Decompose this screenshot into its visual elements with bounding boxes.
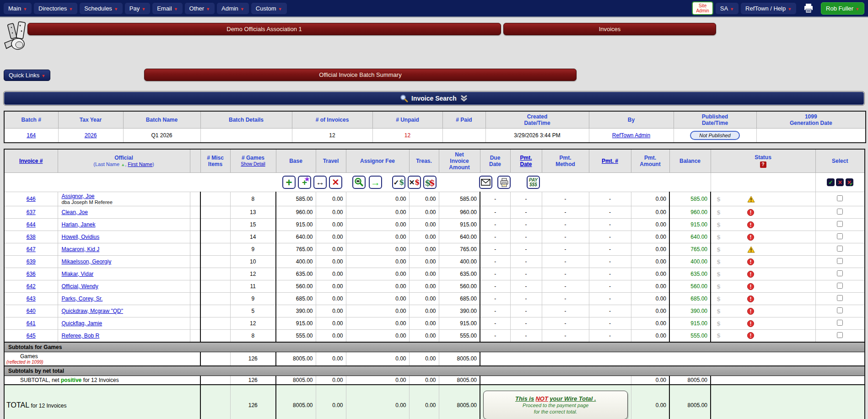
invoice-number-link[interactable]: 644: [27, 221, 36, 228]
status-error-icon[interactable]: [747, 221, 754, 228]
batch-details: [200, 129, 292, 143]
invoice-number-link[interactable]: 646: [27, 196, 36, 202]
show-detail-link[interactable]: Show Detail: [241, 161, 265, 167]
mark-unpaid-icon[interactable]: ✕$: [408, 176, 421, 189]
official-name-link[interactable]: Harlan, Janek: [62, 221, 96, 228]
select-checkbox[interactable]: [837, 320, 843, 326]
subtotals-games-bar: Subtotals for Games: [4, 342, 865, 352]
not-published-badge[interactable]: Not Published: [690, 131, 740, 140]
official-name-link[interactable]: Parks, Corey, Sr.: [62, 295, 103, 302]
col-batch-no: Batch #: [4, 111, 58, 129]
select-checkbox[interactable]: [837, 195, 843, 201]
select-checkbox[interactable]: [837, 295, 843, 301]
official-name-link[interactable]: Macaroni, Kid J: [62, 246, 100, 252]
select-checkbox[interactable]: [837, 283, 843, 289]
official-name-link[interactable]: Referee, Bob R: [62, 333, 100, 339]
whistle-logo[interactable]: [4, 21, 31, 53]
sort-first-name-link[interactable]: First Name: [128, 161, 152, 167]
status-error-icon[interactable]: [747, 320, 754, 327]
select-all-icon[interactable]: ✓: [827, 178, 835, 186]
page-header: Demo Officials Association 1 Invoices: [0, 17, 868, 69]
user-menu[interactable]: Rob Fuller▼: [821, 2, 864, 15]
chevron-down-icon: [460, 95, 468, 102]
invoice-number-link[interactable]: 640: [27, 308, 36, 314]
official-name-link[interactable]: Mikaelsson, Georgiy: [62, 258, 112, 265]
select-checkbox[interactable]: [837, 332, 843, 338]
official-name-link[interactable]: Howell, Ovidius: [62, 234, 100, 240]
add-invoice-icon[interactable]: +: [282, 176, 296, 189]
select-checkbox[interactable]: [837, 307, 843, 313]
status-error-icon[interactable]: [747, 295, 754, 302]
email-icon[interactable]: [479, 176, 492, 189]
status-error-icon[interactable]: [747, 283, 754, 290]
deselect-all-icon[interactable]: ✕: [836, 178, 844, 186]
invoice-number-link[interactable]: 641: [27, 320, 36, 327]
official-name-link[interactable]: Quickdraw, Mcgraw "QD": [62, 308, 124, 314]
status-error-icon[interactable]: [747, 308, 754, 315]
sort-invoice-link[interactable]: Invoice #: [19, 158, 43, 164]
invoice-number-link[interactable]: 647: [27, 246, 36, 252]
status-error-icon[interactable]: [747, 271, 754, 278]
invoice-number-link[interactable]: 637: [27, 209, 36, 215]
invoice-number-link[interactable]: 645: [27, 333, 36, 339]
official-name-link[interactable]: Clean, Joe: [62, 209, 88, 215]
invoice-number-link[interactable]: 643: [27, 295, 36, 302]
select-checkbox[interactable]: [837, 246, 843, 252]
sort-pmt-no-link[interactable]: Pmt. #: [602, 158, 618, 164]
official-name-link[interactable]: Mlakar, Vidar: [62, 271, 94, 277]
invert-selection-icon[interactable]: ✕✓: [846, 178, 853, 186]
invoice-number-link[interactable]: 638: [27, 234, 36, 240]
sa-menu[interactable]: SA▼: [716, 3, 739, 14]
print-icon[interactable]: [803, 3, 814, 13]
due-date: -: [480, 243, 510, 256]
select-checkbox[interactable]: [837, 258, 843, 264]
status-error-icon[interactable]: [747, 209, 754, 216]
menu-custom[interactable]: Custom▼: [251, 3, 287, 14]
transfer-icon[interactable]: ↔: [313, 176, 327, 189]
spacer-cell: [190, 231, 200, 243]
mark-paid-icon[interactable]: ✓$: [392, 176, 405, 189]
official-name-link[interactable]: Assignor, Joe: [62, 193, 95, 199]
select-cell: [815, 206, 865, 219]
status-help-icon[interactable]: ?: [760, 161, 766, 168]
misc-items-cell: [200, 305, 230, 317]
menu-admin[interactable]: Admin▼: [217, 3, 249, 14]
invoice-number-link[interactable]: 636: [27, 271, 36, 277]
add-special-invoice-icon[interactable]: +★: [298, 176, 311, 189]
balance-amount: 685.00: [669, 293, 711, 305]
go-icon[interactable]: →: [369, 176, 382, 189]
print-invoices-icon[interactable]: [497, 176, 511, 189]
payments-icon[interactable]: $$: [423, 176, 437, 189]
created-by-link[interactable]: RefTown Admin: [612, 132, 650, 139]
batch-number-link[interactable]: 164: [27, 132, 36, 139]
quick-links-button[interactable]: Quick Links▼: [4, 70, 50, 81]
official-name-link[interactable]: Quickflag, Jamie: [62, 320, 102, 327]
invoice-number-link[interactable]: 642: [27, 283, 36, 290]
menu-pay[interactable]: Pay▼: [125, 3, 150, 14]
invoice-search-toggle[interactable]: Invoice Search: [4, 91, 864, 105]
delete-icon[interactable]: ✕: [329, 176, 342, 189]
status-warning-icon[interactable]: [747, 196, 755, 203]
status-error-icon[interactable]: [747, 234, 754, 241]
status-error-icon[interactable]: [747, 258, 754, 265]
menu-directories[interactable]: Directories▼: [34, 3, 77, 14]
pay-icon[interactable]: PAY$$$: [527, 176, 540, 189]
site-admin-button[interactable]: Site Admin: [692, 1, 713, 15]
tax-year-link[interactable]: 2026: [85, 132, 97, 139]
menu-main[interactable]: Main▼: [4, 3, 32, 14]
reftown-help-menu[interactable]: RefTown / Help▼: [741, 3, 796, 14]
status-warning-icon[interactable]: [747, 246, 755, 253]
preview-icon[interactable]: [352, 176, 366, 189]
select-checkbox[interactable]: [837, 270, 843, 276]
status-error-icon[interactable]: [747, 332, 754, 339]
official-name-link[interactable]: Official, Wendy: [62, 283, 98, 290]
select-checkbox[interactable]: [837, 221, 843, 227]
select-checkbox[interactable]: [837, 233, 843, 239]
pmt-no: -: [589, 293, 631, 305]
menu-other[interactable]: Other▼: [185, 3, 215, 14]
invoice-number-link[interactable]: 639: [27, 258, 36, 265]
menu-email[interactable]: Email▼: [152, 3, 182, 14]
sort-pmt-date-link[interactable]: Pmt. Date: [520, 155, 532, 167]
select-checkbox[interactable]: [837, 209, 843, 215]
menu-schedules[interactable]: Schedules▼: [80, 3, 123, 14]
